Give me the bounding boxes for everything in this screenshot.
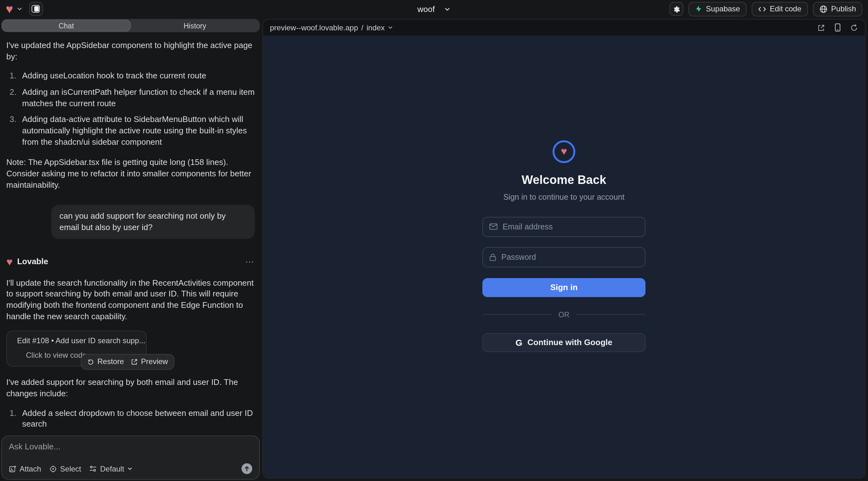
- assistant-summary: I've added support for searching by both…: [6, 377, 255, 399]
- external-link-icon: [817, 24, 825, 31]
- project-menu-chevron-icon[interactable]: [17, 6, 23, 12]
- or-divider: OR: [483, 311, 646, 318]
- or-label: OR: [559, 311, 569, 318]
- assistant-numbered-list-2: 1.Added a select dropdown to choose betw…: [6, 408, 255, 429]
- project-selector[interactable]: woof: [417, 4, 451, 13]
- google-icon: G: [516, 337, 523, 347]
- google-signin-button[interactable]: G Continue with Google: [483, 333, 646, 352]
- user-message-bubble: can you add support for searching not on…: [51, 205, 255, 239]
- code-icon: [758, 5, 766, 12]
- assistant-message-intro: I've updated the AppSidebar component to…: [6, 40, 255, 62]
- mail-icon: [489, 223, 498, 230]
- tab-chat[interactable]: Chat: [2, 20, 130, 32]
- heart-icon: ♥: [561, 146, 567, 157]
- list-item: 1.Added a select dropdown to choose betw…: [6, 408, 255, 429]
- assistant-name: Lovable: [17, 256, 48, 267]
- user-message-row: can you add support for searching not on…: [6, 205, 255, 239]
- composer: Attach Select Default: [1, 436, 260, 480]
- app-window: ♥ woof S: [0, 0, 868, 481]
- assistant-numbered-list: 1.Adding useLocation hook to track the c…: [6, 70, 255, 148]
- globe-icon: [819, 5, 827, 13]
- project-name: woof: [417, 4, 435, 13]
- chat-input[interactable]: [9, 442, 252, 456]
- url-separator: /: [361, 23, 364, 32]
- settings-button[interactable]: [669, 2, 683, 16]
- panel-icon: [32, 5, 40, 13]
- restore-icon: [87, 358, 94, 365]
- open-in-new-tab-button[interactable]: [817, 24, 825, 31]
- publish-label: Publish: [831, 4, 856, 13]
- preview-url: preview--woof.lovable.app: [270, 23, 358, 32]
- mode-selector[interactable]: Default: [89, 464, 133, 473]
- attach-button[interactable]: Attach: [9, 464, 41, 473]
- list-item: 1.Adding useLocation hook to track the c…: [6, 70, 255, 82]
- tab-history-label: History: [184, 22, 207, 29]
- preview-url-selector[interactable]: preview--woof.lovable.app / index: [270, 23, 394, 32]
- preview-column: preview--woof.lovable.app / index: [261, 18, 868, 481]
- edit-card-wrapper: Edit #108 • Add user ID search supp... C…: [6, 331, 255, 367]
- signin-button[interactable]: Sign in: [483, 278, 646, 297]
- message-menu-button[interactable]: ⋯: [245, 256, 255, 268]
- assistant-header: ♥ Lovable ⋯: [6, 256, 255, 268]
- signin-title: Welcome Back: [522, 173, 606, 187]
- sliders-icon: [89, 465, 97, 472]
- mobile-view-button[interactable]: [835, 23, 841, 32]
- list-item: 2.Adding an isCurrentPath helper functio…: [6, 87, 255, 109]
- edit-toolbar: Restore Preview: [81, 354, 174, 370]
- select-button[interactable]: Select: [49, 464, 81, 473]
- mobile-device-icon: [835, 23, 841, 32]
- password-input[interactable]: [501, 253, 639, 261]
- preview-panel: preview--woof.lovable.app / index: [262, 19, 865, 478]
- signin-card: ♥ Welcome Back Sign in to continue to yo…: [483, 140, 646, 352]
- email-field[interactable]: [483, 217, 646, 237]
- preview-page-name: index: [367, 23, 385, 32]
- restore-button[interactable]: Restore: [87, 357, 124, 367]
- top-bar: ♥ woof S: [0, 0, 868, 18]
- chat-messages[interactable]: I've updated the AppSidebar component to…: [1, 32, 260, 429]
- refresh-icon: [850, 24, 858, 31]
- tab-history[interactable]: History: [130, 20, 259, 32]
- sidebar-toggle-button[interactable]: [29, 2, 43, 16]
- edit-card-title: Edit #108 • Add user ID search supp...: [17, 336, 146, 346]
- publish-button[interactable]: Publish: [813, 2, 862, 16]
- refresh-button[interactable]: [850, 24, 858, 31]
- supabase-button[interactable]: Supabase: [688, 2, 746, 16]
- attach-image-icon: [9, 465, 17, 473]
- preview-viewport: ♥ Welcome Back Sign in to continue to yo…: [263, 35, 865, 478]
- supabase-icon: [694, 5, 702, 13]
- google-signin-label: Continue with Google: [528, 338, 613, 347]
- tab-chat-label: Chat: [59, 22, 74, 29]
- lovable-avatar-icon: ♥: [6, 257, 13, 267]
- password-field[interactable]: [483, 247, 646, 267]
- list-item: 3.Adding data-active attribute to Sideba…: [6, 114, 255, 148]
- email-input[interactable]: [503, 222, 639, 231]
- send-button[interactable]: [242, 463, 252, 474]
- app-logo: ♥: [553, 140, 575, 163]
- chevron-down-icon: [127, 466, 133, 472]
- arrow-up-icon: [244, 466, 250, 472]
- lock-icon: [489, 253, 496, 261]
- chat-tabs: Chat History: [1, 19, 260, 32]
- supabase-label: Supabase: [706, 4, 740, 13]
- chevron-down-icon: [388, 25, 394, 30]
- preview-button[interactable]: Preview: [131, 357, 168, 367]
- lovable-logo-icon[interactable]: ♥: [6, 3, 13, 15]
- edit-code-label: Edit code: [770, 4, 801, 13]
- gear-icon: [672, 5, 680, 13]
- assistant-note: Note: The AppSidebar.tsx file is getting…: [6, 157, 255, 191]
- chevron-down-icon: [443, 5, 451, 12]
- chat-panel: Chat History I've updated the AppSidebar…: [0, 18, 261, 481]
- assistant-message-intro-2: I'll update the search functionality in …: [6, 278, 255, 322]
- preview-header: preview--woof.lovable.app / index: [263, 20, 865, 35]
- external-link-icon: [131, 358, 138, 365]
- signin-subtitle: Sign in to continue to your account: [503, 192, 625, 201]
- edit-code-button[interactable]: Edit code: [751, 2, 808, 16]
- select-target-icon: [49, 465, 57, 473]
